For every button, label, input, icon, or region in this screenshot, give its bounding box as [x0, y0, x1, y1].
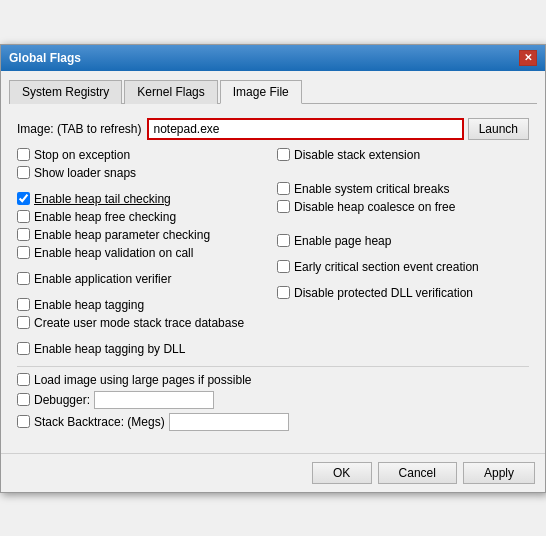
checkbox-stop-exception: Stop on exception [17, 148, 269, 162]
debugger-input[interactable] [94, 391, 214, 409]
tab-image-file[interactable]: Image File [220, 80, 302, 104]
image-label: Image: (TAB to refresh) [17, 122, 141, 136]
left-column: Stop on exception Show loader snaps Enab… [17, 148, 269, 360]
r-separator-4 [277, 226, 529, 234]
system-critical-checkbox[interactable] [277, 182, 290, 195]
heap-validation-checkbox[interactable] [17, 246, 30, 259]
heap-param-label[interactable]: Enable heap parameter checking [34, 228, 210, 242]
title-bar: Global Flags ✕ [1, 45, 545, 71]
apply-button[interactable]: Apply [463, 462, 535, 484]
checkbox-app-verifier: Enable application verifier [17, 272, 269, 286]
app-verifier-checkbox[interactable] [17, 272, 30, 285]
checkbox-heap-validation: Enable heap validation on call [17, 246, 269, 260]
launch-button[interactable]: Launch [468, 118, 529, 140]
debugger-label[interactable]: Debugger: [34, 393, 90, 407]
checkbox-page-heap: Enable page heap [277, 234, 529, 248]
cancel-button[interactable]: Cancel [378, 462, 457, 484]
heap-free-label[interactable]: Enable heap free checking [34, 210, 176, 224]
heap-tagging-dll-checkbox[interactable] [17, 342, 30, 355]
heap-tail-label[interactable]: Enable heap tail checking [34, 192, 171, 206]
checkbox-large-pages: Load image using large pages if possible [17, 373, 529, 387]
heap-free-checkbox[interactable] [17, 210, 30, 223]
window-title: Global Flags [9, 51, 81, 65]
heap-tagging-checkbox[interactable] [17, 298, 30, 311]
stack-backtrace-row: Stack Backtrace: (Megs) [17, 413, 529, 431]
global-flags-window: Global Flags ✕ System Registry Kernel Fl… [0, 44, 546, 493]
app-verifier-label[interactable]: Enable application verifier [34, 272, 171, 286]
checkbox-heap-tagging: Enable heap tagging [17, 298, 269, 312]
system-critical-label[interactable]: Enable system critical breaks [294, 182, 449, 196]
separator-4 [17, 334, 269, 342]
page-heap-checkbox[interactable] [277, 234, 290, 247]
checkbox-system-critical: Enable system critical breaks [277, 182, 529, 196]
show-loader-checkbox[interactable] [17, 166, 30, 179]
stop-exception-checkbox[interactable] [17, 148, 30, 161]
r-separator-1 [277, 166, 529, 174]
heap-tagging-dll-label[interactable]: Enable heap tagging by DLL [34, 342, 185, 356]
image-row: Image: (TAB to refresh) Launch [17, 118, 529, 140]
checkbox-disable-dll: Disable protected DLL verification [277, 286, 529, 300]
tab-kernel-flags[interactable]: Kernel Flags [124, 80, 217, 104]
image-input-wrapper: Launch [147, 118, 529, 140]
show-loader-label[interactable]: Show loader snaps [34, 166, 136, 180]
checkbox-columns: Stop on exception Show loader snaps Enab… [17, 148, 529, 360]
r-separator-3 [277, 218, 529, 226]
heap-coalesce-label[interactable]: Disable heap coalesce on free [294, 200, 455, 214]
separator-3 [17, 290, 269, 298]
disable-stack-label[interactable]: Disable stack extension [294, 148, 420, 162]
disable-dll-checkbox[interactable] [277, 286, 290, 299]
r-separator-6 [277, 278, 529, 286]
separator-1 [17, 184, 269, 192]
footer: OK Cancel Apply [1, 453, 545, 492]
close-button[interactable]: ✕ [519, 50, 537, 66]
disable-stack-checkbox[interactable] [277, 148, 290, 161]
stack-backtrace-checkbox[interactable] [17, 415, 30, 428]
heap-param-checkbox[interactable] [17, 228, 30, 241]
image-section: Image: (TAB to refresh) Launch Stop on e… [9, 114, 537, 439]
early-critical-checkbox[interactable] [277, 260, 290, 273]
stop-exception-label[interactable]: Stop on exception [34, 148, 130, 162]
content-area: System Registry Kernel Flags Image File … [1, 71, 545, 447]
heap-tagging-label[interactable]: Enable heap tagging [34, 298, 144, 312]
right-column: Disable stack extension Enable system cr… [277, 148, 529, 360]
debugger-row: Debugger: [17, 391, 529, 409]
checkbox-heap-tail: Enable heap tail checking [17, 192, 269, 206]
checkbox-heap-coalesce: Disable heap coalesce on free [277, 200, 529, 214]
stack-backtrace-input[interactable] [169, 413, 289, 431]
heap-coalesce-checkbox[interactable] [277, 200, 290, 213]
page-heap-label[interactable]: Enable page heap [294, 234, 391, 248]
r-separator-5 [277, 252, 529, 260]
r-separator-2 [277, 174, 529, 182]
large-pages-checkbox[interactable] [17, 373, 30, 386]
stack-backtrace-label[interactable]: Stack Backtrace: (Megs) [34, 415, 165, 429]
checkbox-disable-stack: Disable stack extension [277, 148, 529, 162]
early-critical-label[interactable]: Early critical section event creation [294, 260, 479, 274]
checkbox-heap-tagging-dll: Enable heap tagging by DLL [17, 342, 269, 356]
debugger-checkbox[interactable] [17, 393, 30, 406]
ok-button[interactable]: OK [312, 462, 372, 484]
divider-1 [17, 366, 529, 367]
checkbox-heap-free: Enable heap free checking [17, 210, 269, 224]
user-mode-stack-label[interactable]: Create user mode stack trace database [34, 316, 244, 330]
checkbox-show-loader: Show loader snaps [17, 166, 269, 180]
checkbox-heap-param: Enable heap parameter checking [17, 228, 269, 242]
tab-system-registry[interactable]: System Registry [9, 80, 122, 104]
disable-dll-label[interactable]: Disable protected DLL verification [294, 286, 473, 300]
large-pages-label[interactable]: Load image using large pages if possible [34, 373, 251, 387]
image-input[interactable] [147, 118, 463, 140]
heap-tail-checkbox[interactable] [17, 192, 30, 205]
separator-2 [17, 264, 269, 272]
checkbox-user-mode-stack: Create user mode stack trace database [17, 316, 269, 330]
heap-validation-label[interactable]: Enable heap validation on call [34, 246, 193, 260]
checkbox-early-critical: Early critical section event creation [277, 260, 529, 274]
user-mode-stack-checkbox[interactable] [17, 316, 30, 329]
tab-bar: System Registry Kernel Flags Image File [9, 79, 537, 104]
